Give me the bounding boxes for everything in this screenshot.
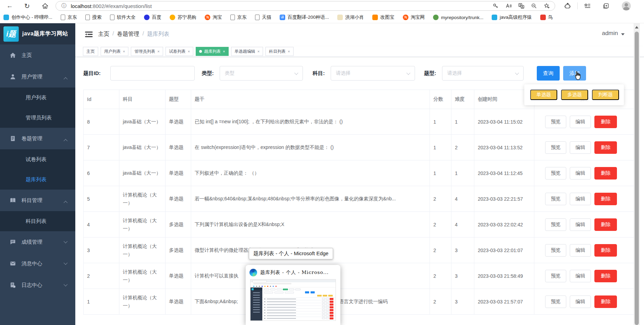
bookmark-item[interactable]: 天猫 xyxy=(255,14,271,20)
extensions-icon[interactable] xyxy=(563,1,573,11)
tab-单选题编辑[interactable]: 单选题编辑× xyxy=(231,47,263,56)
delete-button[interactable]: 删除 xyxy=(594,270,617,282)
bookmark-item[interactable]: java高级程序猿 xyxy=(492,14,532,20)
preview-button[interactable]: 预览 xyxy=(545,193,566,205)
delete-button[interactable]: 删除 xyxy=(594,141,617,154)
sidebar-item-主页[interactable]: 主页 xyxy=(0,44,75,66)
close-icon[interactable]: × xyxy=(223,49,225,53)
user-menu[interactable]: admin xyxy=(602,30,625,37)
tab-科目列表[interactable]: 科目列表× xyxy=(265,47,293,56)
delete-button[interactable]: 删除 xyxy=(594,295,617,308)
edge-window-preview[interactable]: 题库列表 - 个人 - Microso... xyxy=(246,265,340,325)
subject-select[interactable]: 请选择 xyxy=(331,66,415,81)
bookmark-item[interactable]: 淘淘宝网 xyxy=(403,14,425,20)
edit-button[interactable]: 编辑 xyxy=(570,141,591,154)
close-icon[interactable]: × xyxy=(188,49,190,53)
add-menu-单选题[interactable]: 单选题 xyxy=(530,90,557,100)
delete-button[interactable]: 删除 xyxy=(594,244,617,257)
bookmark-item[interactable]: 百度 xyxy=(144,14,161,20)
bookmark-item[interactable]: 创作中心 - 哔哩哔... xyxy=(3,14,52,20)
user-name[interactable]: admin xyxy=(602,30,618,37)
bookmark-item[interactable]: 洪湖小肖 xyxy=(337,14,364,20)
preview-button[interactable]: 预览 xyxy=(545,167,566,180)
sidebar-item-科目管理[interactable]: 科目管理 xyxy=(0,190,75,211)
url-text[interactable]: localhost:8002/#/exam/question/list xyxy=(71,3,152,9)
edit-button[interactable]: 编辑 xyxy=(570,193,591,205)
bookmark-item[interactable]: 软件大全 xyxy=(110,14,136,20)
read-aloud-icon[interactable] xyxy=(505,3,511,9)
home-icon[interactable] xyxy=(40,1,50,11)
bookmark-item[interactable]: 译百度翻译-200种语... xyxy=(280,14,329,20)
profile-avatar-icon[interactable] xyxy=(622,1,631,10)
close-icon[interactable]: × xyxy=(123,49,125,53)
preview-button[interactable]: 预览 xyxy=(545,244,566,257)
question-id-input[interactable] xyxy=(110,66,195,81)
cell-subject: 计算机概论（大一） xyxy=(119,289,166,315)
address-bar[interactable]: ⓘ localhost:8002/#/exam/question/list xyxy=(56,1,555,11)
bookmark-item[interactable]: 苏宁易购 xyxy=(170,14,196,20)
sidebar-item-用户管理[interactable]: 用户管理 xyxy=(0,66,75,88)
preview-button[interactable]: 预览 xyxy=(545,116,566,128)
sidebar-item-日志中心[interactable]: 日志中心 xyxy=(0,274,75,296)
tab-题库列表[interactable]: 题库列表× xyxy=(196,47,228,56)
type-select[interactable]: 类型 xyxy=(220,66,303,81)
back-icon[interactable]: ← xyxy=(5,1,15,11)
password-key-icon[interactable] xyxy=(492,3,499,9)
preview-button[interactable]: 预览 xyxy=(545,270,566,282)
edge-preview-thumbnail[interactable] xyxy=(250,279,336,321)
close-icon[interactable]: × xyxy=(288,49,290,53)
sidebar-item-试卷列表[interactable]: 试卷列表 xyxy=(0,149,75,169)
sidebar-item-科目列表[interactable]: 科目列表 xyxy=(0,211,75,231)
sidebar-item-题库列表[interactable]: 题库列表 xyxy=(0,169,75,190)
sidebar-item-成绩管理[interactable]: 成绩管理 xyxy=(0,231,75,253)
edit-button[interactable]: 编辑 xyxy=(570,244,591,257)
translate-icon[interactable] xyxy=(518,3,524,9)
zoom-out-icon[interactable] xyxy=(531,3,537,9)
preview-button[interactable]: 预览 xyxy=(545,295,566,308)
page-scrollbar[interactable] xyxy=(634,23,640,325)
delete-button[interactable]: 删除 xyxy=(594,167,617,180)
tab-用户列表[interactable]: 用户列表× xyxy=(101,47,128,56)
bookmark-item[interactable]: 鸟 xyxy=(540,14,553,20)
bookmark-item[interactable]: 淘淘宝 xyxy=(205,14,222,20)
edit-button[interactable]: 编辑 xyxy=(570,167,591,180)
favorite-star-icon[interactable] xyxy=(544,3,550,9)
delete-button[interactable]: 删除 xyxy=(594,193,617,205)
bookmark-item[interactable]: 搜索 xyxy=(85,14,102,20)
hamburger-icon[interactable] xyxy=(85,31,93,38)
edit-button[interactable]: 编辑 xyxy=(570,116,591,128)
qtype-select[interactable]: 请选择 xyxy=(442,66,524,81)
preview-button[interactable]: 预览 xyxy=(545,218,566,231)
sidebar-item-用户列表[interactable]: 用户列表 xyxy=(0,88,75,108)
tab-管理员列表[interactable]: 管理员列表× xyxy=(131,47,163,56)
scrollbar-thumb[interactable] xyxy=(635,32,639,325)
add-menu-判断题[interactable]: 判断题 xyxy=(592,90,619,100)
search-button[interactable]: 查询 xyxy=(537,66,560,81)
add-menu-多选题[interactable]: 多选题 xyxy=(561,90,588,100)
breadcrumb-item[interactable]: 主页 xyxy=(98,31,109,38)
sidebar-item-管理员列表[interactable]: 管理员列表 xyxy=(0,108,75,128)
tab-试卷列表[interactable]: 试卷列表× xyxy=(166,47,193,56)
favorites-bar-icon[interactable] xyxy=(582,1,592,11)
tab-主页[interactable]: 主页 xyxy=(83,47,98,56)
filter-row: 题目ID: 类型: 类型 科目: 请选择 题型: 请选择 xyxy=(83,66,644,81)
site-info-icon[interactable]: ⓘ xyxy=(61,3,66,9)
bookmark-item[interactable]: 改图宝 xyxy=(372,14,395,20)
edit-button[interactable]: 编辑 xyxy=(570,295,591,308)
collections-icon[interactable] xyxy=(601,1,611,11)
close-icon[interactable]: × xyxy=(157,49,159,53)
refresh-icon[interactable]: ↻ xyxy=(22,1,32,11)
preview-button[interactable]: 预览 xyxy=(545,141,566,154)
sidebar-item-消息中心[interactable]: 消息中心 xyxy=(0,253,75,274)
close-icon[interactable]: × xyxy=(257,49,260,53)
delete-button[interactable]: 删除 xyxy=(594,116,617,128)
breadcrumb-item[interactable]: 卷题管理 xyxy=(117,31,139,38)
edit-button[interactable]: 编辑 xyxy=(570,218,591,231)
bookmark-item[interactable]: 京东 xyxy=(230,14,247,20)
scroll-up-arrow[interactable] xyxy=(635,26,638,28)
sidebar-item-卷题管理[interactable]: 卷题管理 xyxy=(0,128,75,149)
bookmark-item[interactable]: 京东 xyxy=(61,14,77,20)
bookmark-item[interactable]: myrepository/trunk... xyxy=(433,15,483,20)
delete-button[interactable]: 删除 xyxy=(594,218,617,231)
edit-button[interactable]: 编辑 xyxy=(570,270,591,282)
